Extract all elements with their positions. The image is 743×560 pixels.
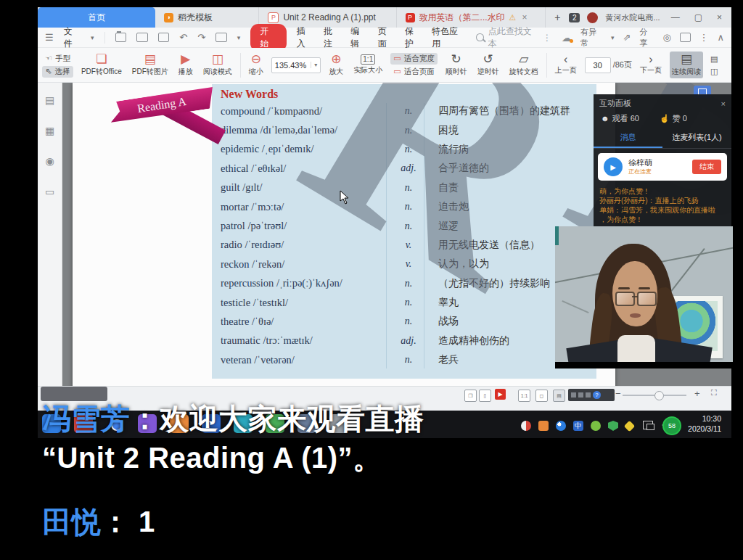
part-of-speech: v.	[386, 258, 431, 270]
menu-protect-tab[interactable]: 保护	[405, 25, 422, 50]
hand-tool-button[interactable]: ☜手型	[42, 53, 73, 65]
tray-network-icon[interactable]	[643, 421, 653, 429]
end-mic-button[interactable]: 结束	[692, 160, 721, 174]
account-avatar[interactable]	[587, 12, 598, 23]
tab-home[interactable]: 首页	[38, 7, 155, 28]
zoom-out-button[interactable]: ⊖缩小	[247, 52, 266, 78]
media-play-icon[interactable]: ▶	[495, 389, 506, 400]
tab-docer[interactable]: ◗ 稻壳模板	[155, 7, 259, 28]
search-input[interactable]: 点此查找文本 ⋮	[476, 25, 551, 50]
tray-icon-home[interactable]	[538, 421, 549, 431]
fit-width-button[interactable]: ▭适合宽度	[390, 53, 437, 65]
panel-close-icon[interactable]: ×	[721, 99, 726, 108]
taskbar-app-icon[interactable]	[74, 414, 93, 433]
thumbnail-panel-icon[interactable]: ▦	[45, 125, 54, 136]
maximize-button[interactable]: ▢	[691, 12, 706, 22]
prev-page-button[interactable]: ‹上一页	[553, 53, 579, 77]
tray-icon-green[interactable]	[591, 421, 601, 431]
share-label[interactable]: 分享	[639, 27, 654, 49]
taskbar-app-icon[interactable]	[170, 414, 189, 433]
actual-size-button[interactable]: 1:1实际大小	[351, 53, 385, 77]
save-icon[interactable]	[136, 33, 148, 42]
tray-icon-blue[interactable]	[556, 421, 566, 431]
outline-panel-icon[interactable]: ▤	[45, 94, 54, 106]
taskbar-app-icon[interactable]	[234, 414, 253, 433]
tray-icon-zhong[interactable]: 中	[573, 421, 583, 431]
actual-size-status-icon[interactable]: 1:1	[518, 390, 530, 402]
taskbar-app-icon[interactable]	[329, 414, 348, 433]
tray-icon-shield[interactable]	[608, 421, 618, 431]
zoom-slider-knob[interactable]	[654, 391, 664, 400]
cloud-status-label[interactable]: 有异常	[580, 27, 602, 49]
menu-features-tab[interactable]: 特色应用	[432, 25, 466, 50]
zoom-slider-plus-icon[interactable]: +	[694, 388, 700, 399]
battery-indicator[interactable]: 58	[662, 416, 681, 435]
menu-comment-tab[interactable]: 批注	[324, 25, 340, 50]
hamburger-icon[interactable]: ☰	[45, 32, 54, 43]
actual-size-label: 实际大小	[353, 65, 382, 75]
menu-file[interactable]: 文件	[64, 25, 81, 50]
close-button[interactable]: ×	[713, 12, 726, 22]
minimize-button[interactable]: —	[668, 12, 684, 22]
more-icon[interactable]: ⋮	[699, 32, 709, 43]
play-button[interactable]: ▶播放	[176, 52, 195, 78]
page-copy-icon[interactable]: ❐	[464, 390, 477, 402]
play-icon: ▶	[181, 53, 190, 66]
open-icon[interactable]	[115, 33, 127, 42]
next-page-button[interactable]: ›下一页	[638, 53, 664, 77]
page-layout-icon[interactable]: ▯	[479, 390, 491, 402]
double-page-button[interactable]: ◫	[707, 66, 721, 77]
fit-width-status-icon[interactable]: ▤	[553, 390, 565, 402]
word-icon[interactable]	[202, 414, 221, 433]
continuous-read-button[interactable]: ▤连续阅读	[670, 52, 703, 78]
start-button[interactable]	[42, 414, 61, 433]
menu-start-tab[interactable]: 开始	[250, 24, 286, 52]
redo-icon[interactable]: ↷	[197, 32, 205, 43]
fit-page-button[interactable]: ▭适合页面	[390, 66, 437, 78]
fullscreen-icon[interactable]: ⛶	[711, 388, 717, 398]
page-number-input[interactable]: 30	[585, 57, 611, 73]
cloud-sync-icon[interactable]: ☁	[562, 32, 572, 44]
tray-icon-diamond[interactable]	[624, 421, 636, 432]
rotate-cw-button[interactable]: ↻顺时针	[443, 52, 469, 78]
pdf-to-image-button[interactable]: ▤PDF转图片	[130, 52, 171, 78]
more-tools-chevron-icon[interactable]: ▾	[237, 34, 241, 41]
message-icon[interactable]	[680, 33, 691, 42]
comment-panel-icon[interactable]: ▭	[45, 186, 54, 197]
rotate-cw-label: 顺时针	[446, 67, 467, 77]
tab-close-icon[interactable]: ×	[522, 12, 527, 22]
pdf-page: Reading A New Words compound /ˈkɒmpaʊnd/…	[73, 83, 615, 386]
menu-page-tab[interactable]: 页面	[378, 25, 395, 50]
fit-screen-status-icon[interactable]: ◻	[535, 390, 548, 402]
rotate-ccw-button[interactable]: ↺逆时针	[475, 52, 501, 78]
account-name[interactable]: 黄河水院电商...	[605, 12, 660, 23]
stamp-panel-icon[interactable]: ◉	[45, 155, 54, 167]
taskbar-app-icon[interactable]	[138, 414, 157, 433]
feedback-icon[interactable]: ◎	[662, 32, 670, 43]
tab-messages[interactable]: 消息	[594, 129, 662, 148]
collapse-ribbon-icon[interactable]: ∧	[718, 32, 725, 43]
zoom-slider-minus-icon[interactable]: −	[615, 388, 621, 399]
undo-icon[interactable]: ↶	[179, 32, 187, 43]
clipboard-icon[interactable]	[215, 33, 227, 42]
windows-taskbar: 中 58 10:30 2020/3/11	[38, 411, 731, 438]
taskbar-app-icon[interactable]	[297, 414, 316, 433]
pdf-to-office-button[interactable]: ❏PDF转Office	[79, 52, 124, 78]
zoom-level-select[interactable]: 135.43% ▾	[271, 57, 321, 73]
print-icon[interactable]	[158, 33, 170, 42]
tray-icon-swirl[interactable]	[521, 421, 531, 431]
read-mode-button[interactable]: ◫阅读模式	[201, 52, 234, 78]
tab-mic-list[interactable]: 连麦列表(1人)	[662, 129, 731, 148]
board-view-button[interactable]: ▤	[707, 54, 721, 65]
taskbar-clock[interactable]: 10:30 2020/3/11	[688, 413, 721, 434]
tab-pdf-label: 致用英语（第二...水印）.pdf	[419, 12, 505, 24]
select-tool-button[interactable]: ⇖选择	[42, 66, 73, 78]
menu-insert-tab[interactable]: 插入	[297, 25, 313, 50]
word-meaning: 自责	[431, 181, 594, 194]
rotate-doc-button[interactable]: ▱旋转文档	[507, 52, 541, 78]
share-icon[interactable]: ⇗	[623, 32, 631, 43]
help-icon[interactable]: ?	[593, 391, 601, 399]
taskbar-app-icon[interactable]	[266, 414, 284, 433]
zoom-in-button[interactable]: ⊕放大	[327, 52, 345, 78]
menu-edit-tab[interactable]: 编辑	[350, 25, 367, 50]
